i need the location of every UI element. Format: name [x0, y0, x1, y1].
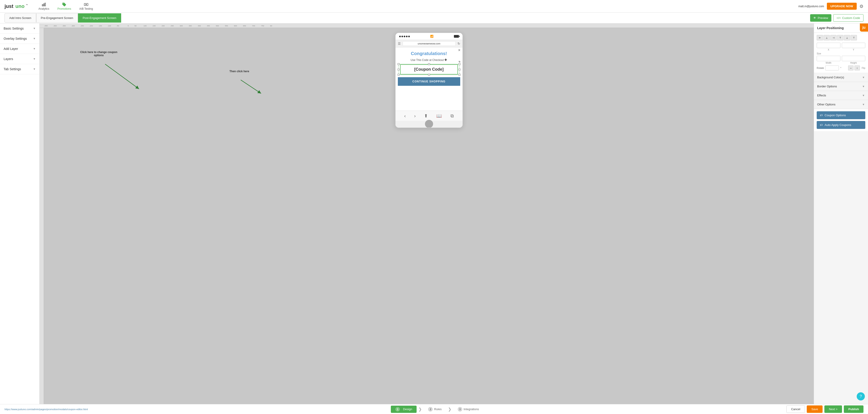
step-design[interactable]: 1 Design: [391, 406, 416, 413]
rotate-input[interactable]: 0: [825, 65, 839, 70]
accordion-effects-header[interactable]: Effects ▼: [814, 91, 868, 100]
coupon-icon: 🏷: [820, 113, 823, 117]
chevron-icon: ▼: [33, 68, 36, 71]
tabs-icon[interactable]: ⧉: [451, 113, 454, 118]
step-rules[interactable]: 2 Rules: [424, 407, 446, 412]
accordion-effects: Effects ▼: [814, 91, 868, 100]
chevron-down-icon: ▼: [862, 94, 865, 97]
align-center-h-button[interactable]: ⊥: [824, 35, 830, 40]
svg-rect-3: [42, 4, 43, 6]
accordion-border-header[interactable]: Border Options ▼: [814, 82, 868, 91]
coupon-options-button[interactable]: 🏷 Coupon Options: [817, 111, 865, 119]
publish-button[interactable]: Publish: [844, 406, 864, 413]
bookmark-icon[interactable]: 📖: [436, 113, 442, 118]
svg-text:550: 550: [225, 25, 228, 27]
tab-add-intro[interactable]: Add Intro Screen: [4, 13, 36, 23]
flip-h-button[interactable]: ↔: [848, 65, 854, 70]
size-height-input[interactable]: 74: [842, 56, 866, 61]
svg-text:-250: -250: [80, 25, 84, 27]
svg-text:350: 350: [189, 25, 192, 27]
transform-row: Rotate 0 ° ↔ ↕ Flip: [817, 65, 865, 70]
position-x-input[interactable]: 10: [817, 43, 840, 48]
ruler-side: [39, 28, 44, 404]
align-right-button[interactable]: ⊣: [830, 35, 837, 40]
canvas-main[interactable]: Click here to change couponoptions: [44, 28, 814, 404]
svg-text:150: 150: [153, 25, 156, 27]
eye-icon: 👁: [813, 16, 816, 20]
cancel-button[interactable]: Cancel: [786, 406, 805, 413]
save-button[interactable]: Save: [807, 406, 823, 413]
mobile-status-bar: 📶: [396, 33, 463, 40]
svg-text:-100: -100: [107, 25, 111, 27]
sidebar-item-tab-settings[interactable]: Tab Settings ▼: [0, 64, 39, 74]
accordion-border-options: Border Options ▼: [814, 82, 868, 91]
close-icon[interactable]: ✕: [458, 48, 461, 52]
accordion-other-options-header[interactable]: Other Options ▼: [814, 100, 868, 109]
svg-text:-50: -50: [116, 25, 119, 27]
step-rules-num: 2: [428, 407, 433, 412]
coupon-code-box[interactable]: [Coupon Code]: [400, 64, 458, 74]
mobile-footer: [396, 121, 463, 128]
wifi-icon: 📶: [430, 35, 434, 38]
congrats-text: Congratulations!: [398, 51, 460, 56]
add-icon[interactable]: ✚: [444, 58, 447, 62]
align-center-v-button[interactable]: ⊥: [844, 35, 850, 40]
auto-apply-coupon-button[interactable]: 🏷 Auto Apply Coupons: [817, 121, 865, 129]
transform-label: Rotate: [817, 67, 824, 69]
handle-br[interactable]: [459, 74, 460, 76]
position-y-label: Y: [842, 48, 866, 51]
coupon-code-container: [Coupon Code]: [399, 64, 459, 74]
flip-v-button[interactable]: ↕: [855, 65, 860, 70]
size-width-label: Width: [817, 62, 840, 64]
next-button[interactable]: Next >: [825, 406, 842, 413]
step-separator-2: ❯: [446, 407, 453, 412]
align-buttons: ⊢ ⊥ ⊣ ⊤ ⊥ ⊤: [817, 35, 865, 40]
chevron-down-icon: ▼: [862, 85, 865, 88]
tab-post-engagement[interactable]: Post-Engagement Screen: [78, 13, 121, 23]
use-code-text: Use This Code at Checkout ✚: [398, 58, 460, 62]
sidebar-item-add-layer[interactable]: Add Layer ▼: [0, 44, 39, 54]
bottom-bar: https://www.justuno.com/admin/pages/prom…: [0, 404, 868, 414]
position-y-input[interactable]: 193: [842, 43, 866, 48]
sidebar-item-overlay-settings[interactable]: Overlay Settings ▼: [0, 34, 39, 44]
align-top-button[interactable]: ⊤: [837, 35, 843, 40]
upgrade-button[interactable]: UPGRADE NOW: [827, 3, 857, 10]
position-x-label: X: [817, 48, 840, 51]
sidebar-item-layers[interactable]: Layers ▼: [0, 54, 39, 64]
gear-icon[interactable]: ⚙: [860, 4, 864, 9]
handle-tr[interactable]: [459, 63, 460, 65]
continue-shopping-button[interactable]: CONTINUE SHOPPING: [398, 77, 460, 86]
align-bottom-button[interactable]: ⊤: [850, 35, 857, 40]
back-icon[interactable]: ‹: [404, 113, 406, 118]
custom-code-button[interactable]: </> Custom Code: [833, 14, 864, 22]
nav-ab-testing[interactable]: A/B Testing: [79, 2, 93, 10]
svg-text:400: 400: [198, 25, 201, 27]
handle-mr[interactable]: [459, 69, 460, 70]
preview-button[interactable]: 👁 Preview: [810, 14, 831, 22]
svg-rect-5: [45, 3, 45, 6]
nav-promotions[interactable]: Promotions: [57, 2, 71, 10]
sidebar-item-basic-settings[interactable]: Basic Settings ▼: [0, 24, 39, 34]
handle-tl[interactable]: [398, 63, 399, 65]
handle-ml[interactable]: [398, 69, 399, 70]
align-left-button[interactable]: ⊢: [817, 35, 823, 40]
modal-content: ✕ Congratulations! Use This Code at Chec…: [396, 47, 463, 111]
svg-text:uno: uno: [16, 3, 24, 9]
annotation-then-click: Then click here: [229, 70, 249, 73]
svg-text:100: 100: [144, 25, 147, 27]
annotation-click-here: Click here to change couponoptions: [80, 50, 117, 57]
step-integrations[interactable]: 3 Integrations: [453, 407, 484, 412]
help-bubble[interactable]: ?: [857, 392, 865, 401]
accordion-bg-color-header[interactable]: Background Color(s) ▼: [814, 73, 868, 82]
share-icon[interactable]: ⬆: [424, 113, 428, 118]
position-fields: 10 X 193 Y: [817, 43, 865, 51]
nav-analytics[interactable]: Analytics: [38, 2, 49, 10]
size-width-input[interactable]: 300: [817, 56, 840, 61]
forward-icon[interactable]: ›: [414, 113, 416, 118]
chevron-down-icon: ▼: [862, 76, 865, 79]
handle-bl[interactable]: [398, 74, 399, 76]
canvas-area[interactable]: -450 -400 -350 -300 -250 -200 -150 -100 …: [39, 24, 814, 404]
tab-pre-engagement[interactable]: Pre-Engagement Screen: [36, 13, 78, 23]
accordion-bg-color: Background Color(s) ▼: [814, 73, 868, 82]
nav-ab-label: A/B Testing: [79, 7, 93, 10]
